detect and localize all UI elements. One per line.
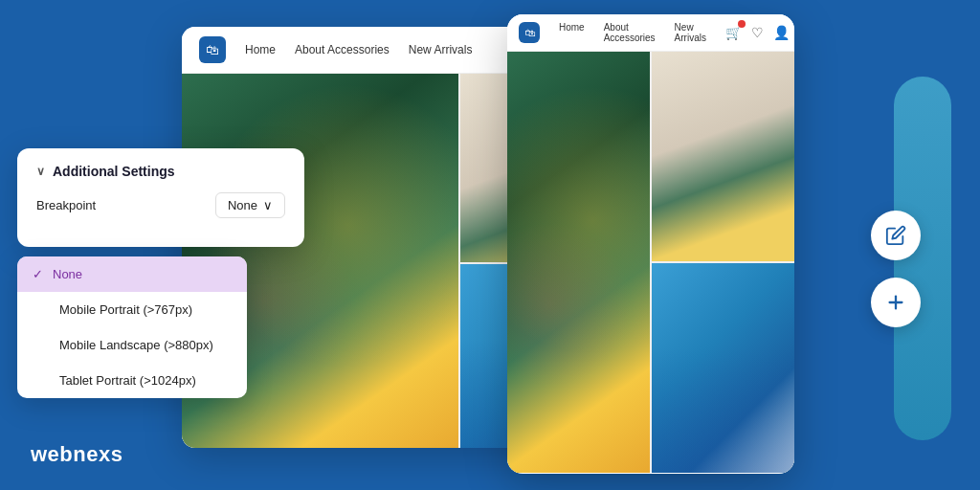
front-nav-new-arrivals[interactable]: New Arrivals [675,22,706,43]
cart-badge [738,20,746,28]
check-icon: ✓ [33,267,43,281]
dropdown-item-tablet-portrait[interactable]: Tablet Portrait (>1024px) [17,363,247,398]
chevron-down-icon: ∨ [36,165,45,178]
settings-header[interactable]: ∨ Additional Settings [36,164,285,179]
dropdown-option-mobile-landscape: Mobile Landscape (>880px) [59,338,213,352]
nav-new-arrivals[interactable]: New Arrivals [409,43,473,56]
nav-home[interactable]: Home [245,43,276,56]
nav-accessories[interactable]: About Accessories [295,43,390,56]
dropdown-option-none: None [53,267,82,281]
breakpoint-select[interactable]: None ∨ [215,192,285,218]
breakpoint-value: None [228,198,257,212]
fab-edit-button[interactable] [871,211,921,260]
settings-card: ∨ Additional Settings Breakpoint None ∨ [17,148,304,247]
user-icon[interactable]: 👤 [773,25,790,40]
select-chevron-icon: ∨ [263,198,273,212]
front-site-logo: 🛍 [519,22,540,43]
front-image-floral [507,52,650,473]
front-nav-icons: 🛒 ♡ 👤 [725,24,790,41]
site-logo: 🛍 [199,36,226,63]
front-nav-home[interactable]: Home [559,22,585,43]
fab-add-button[interactable] [871,278,921,327]
dropdown-item-mobile-landscape[interactable]: Mobile Landscape (>880px) [17,327,247,363]
front-image-sunglasses [652,263,794,473]
browser-mockup-front: 🛍 Home About Accessories New Arrivals 🛒 … [507,14,794,474]
nav-links: Home About Accessories New Arrivals [245,43,472,56]
wishlist-icon[interactable]: ♡ [751,25,764,40]
dropdown-option-mobile-portrait: Mobile Portrait (>767px) [59,302,192,317]
front-content [507,52,794,473]
breakpoint-row: Breakpoint None ∨ [36,192,285,218]
breakpoint-dropdown: ✓ None Mobile Portrait (>767px) Mobile L… [17,256,247,398]
dropdown-item-none[interactable]: ✓ None [17,256,247,292]
front-nav-accessories[interactable]: About Accessories [604,22,656,43]
front-nav-links: Home About Accessories New Arrivals [559,22,706,43]
front-nav-bar: 🛍 Home About Accessories New Arrivals 🛒 … [507,14,794,52]
brand-logo: webnexs [31,442,122,467]
front-image-flowers [652,52,794,261]
dropdown-item-mobile-portrait[interactable]: Mobile Portrait (>767px) [17,292,247,327]
dropdown-option-tablet-portrait: Tablet Portrait (>1024px) [59,373,196,388]
settings-title: Additional Settings [53,164,175,179]
cart-icon-wrap[interactable]: 🛒 [725,24,742,41]
breakpoint-label: Breakpoint [36,198,96,212]
